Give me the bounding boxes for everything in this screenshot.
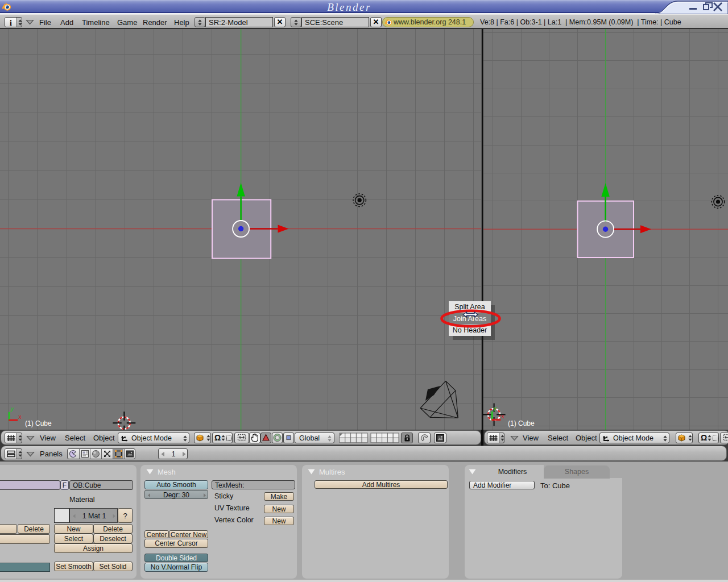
svg-text:x: x — [18, 413, 22, 420]
svg-text:x: x — [501, 413, 504, 419]
svg-text:(1) Cube: (1) Cube — [508, 419, 535, 427]
svg-text:(1) Cube: (1) Cube — [25, 419, 52, 427]
